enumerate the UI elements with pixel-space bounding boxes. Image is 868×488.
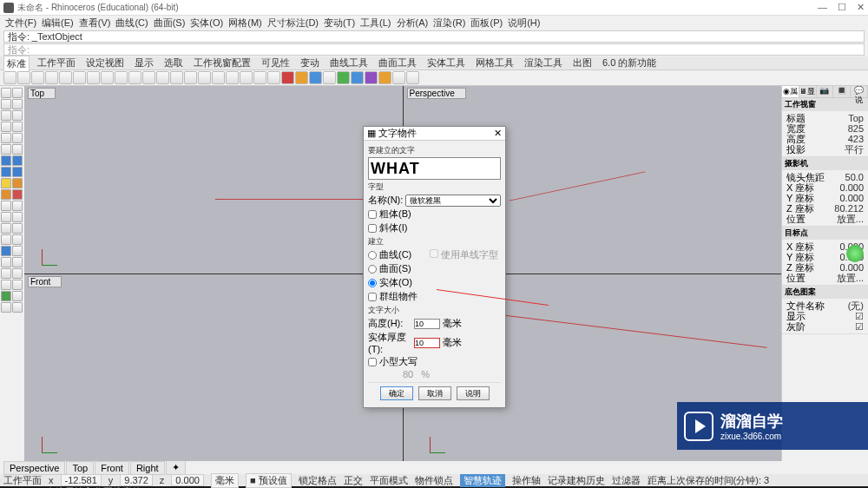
tab-transform[interactable]: 变动 — [298, 56, 322, 70]
tool-open-icon[interactable] — [17, 71, 30, 84]
ltool-ellipse-icon[interactable] — [12, 144, 23, 155]
tool-cplane-icon[interactable] — [226, 71, 239, 84]
viewport-front[interactable]: Front — [24, 274, 403, 462]
status-filter[interactable]: 过滤器 — [612, 474, 641, 487]
vptab-perspective[interactable]: Perspective — [3, 461, 65, 475]
vptab-add[interactable]: ✦ — [166, 460, 186, 475]
ltool-show-icon[interactable] — [12, 268, 23, 279]
prop-tz-value[interactable]: 0.000 — [839, 262, 864, 273]
menu-solid[interactable]: 实体(O) — [188, 16, 225, 30]
panel-tab-help[interactable]: 💬说 — [851, 86, 868, 97]
ltool-box-icon[interactable] — [12, 167, 23, 177]
menu-file[interactable]: 文件(F) — [3, 16, 38, 30]
menu-surface[interactable]: 曲面(S) — [152, 16, 187, 30]
close-button[interactable]: ✕ — [857, 2, 865, 13]
tool-units-icon[interactable] — [253, 71, 266, 84]
tool-material-icon[interactable] — [309, 71, 322, 84]
ltool-rect-icon[interactable] — [12, 133, 23, 143]
prop-title-value[interactable]: Top — [848, 113, 864, 123]
cancel-button[interactable]: 取消 — [418, 386, 451, 400]
ltool-move-icon[interactable] — [1, 212, 11, 222]
menu-help[interactable]: 说明(H) — [506, 16, 542, 30]
help-button[interactable]: 说明 — [457, 386, 490, 400]
ltool-mirror-icon[interactable] — [1, 234, 11, 245]
menu-dimension[interactable]: 尺寸标注(D) — [266, 16, 320, 30]
tool-paste-icon[interactable] — [101, 71, 114, 84]
prop-gray-check[interactable]: ☑ — [855, 321, 864, 332]
prop-campos-btn[interactable]: 放置... — [837, 214, 864, 224]
ok-button[interactable]: 确定 — [380, 386, 413, 400]
ltool-hide-icon[interactable] — [1, 268, 11, 279]
tool-env-icon[interactable] — [337, 71, 350, 84]
surface-radio[interactable] — [368, 265, 377, 274]
menu-transform[interactable]: 变动(T) — [322, 16, 357, 30]
ltool-plane-icon[interactable] — [12, 155, 23, 166]
status-layer[interactable]: ■ 预设值 — [246, 473, 292, 488]
ltool-scale-icon[interactable] — [12, 223, 23, 234]
dialog-close-button[interactable]: ✕ — [494, 128, 502, 139]
tool-misc1-icon[interactable] — [392, 71, 405, 84]
ltool-render-icon[interactable] — [1, 291, 11, 301]
tool-new-icon[interactable] — [3, 71, 16, 84]
ltool-texture-icon[interactable] — [12, 178, 23, 188]
tab-visibility[interactable]: 可见性 — [259, 56, 293, 70]
ltool-trim-icon[interactable] — [1, 201, 11, 211]
ltool-group-icon[interactable] — [1, 302, 11, 313]
ltool-arrow-icon[interactable] — [1, 88, 11, 98]
status-planar[interactable]: 平面模式 — [370, 474, 408, 487]
ltool-curve-icon[interactable] — [1, 122, 11, 132]
ltool-dim-icon[interactable] — [12, 246, 23, 256]
ltool-point-icon[interactable] — [1, 99, 11, 109]
tool-sun-icon[interactable] — [351, 71, 364, 84]
tool-misc2-icon[interactable] — [406, 71, 419, 84]
tool-options-icon[interactable] — [267, 71, 280, 84]
ltool-copy-icon[interactable] — [12, 212, 23, 222]
prop-camz-value[interactable]: 80.212 — [834, 203, 864, 214]
ltool-polyline-icon[interactable] — [12, 110, 23, 121]
prop-tpos-btn[interactable]: 放置... — [837, 273, 864, 283]
status-osnap[interactable]: 物件锁点 — [415, 474, 453, 487]
tool-sky-icon[interactable] — [378, 71, 391, 84]
status-history[interactable]: 记录建构历史 — [548, 474, 605, 487]
ltool-analyze-icon[interactable] — [12, 257, 23, 267]
panel-tab-layers[interactable]: 🔳 — [833, 86, 851, 97]
tool-light-icon[interactable] — [295, 71, 308, 84]
viewport-persp-label[interactable]: Perspective — [407, 88, 466, 99]
panel-tab-properties[interactable]: ◉属 — [782, 86, 799, 97]
tool-import-icon[interactable] — [59, 71, 72, 84]
prop-file-value[interactable]: (无) — [848, 300, 864, 311]
ltool-text-icon[interactable] — [1, 246, 11, 256]
ltool-lasso-icon[interactable] — [12, 88, 23, 98]
tab-select[interactable]: 选取 — [161, 56, 186, 70]
thickness-input[interactable] — [414, 338, 440, 348]
ltool-points-icon[interactable] — [12, 99, 23, 109]
tool-rotate-icon[interactable] — [156, 71, 169, 84]
status-gridsnap[interactable]: 锁定格点 — [299, 474, 337, 487]
vptab-front[interactable]: Front — [95, 461, 129, 475]
vptab-right[interactable]: Right — [130, 461, 165, 475]
tool-render-icon[interactable] — [281, 71, 294, 84]
tab-standard[interactable]: 标准 — [3, 56, 30, 71]
panel-tab-display[interactable]: 🖥显 — [799, 86, 817, 97]
tab-layout[interactable]: 工作视窗配置 — [191, 56, 253, 70]
italic-checkbox[interactable] — [368, 224, 377, 233]
menu-tools[interactable]: 工具(L) — [358, 16, 392, 30]
tool-ground-icon[interactable] — [365, 71, 378, 84]
prop-height-value[interactable]: 423 — [848, 134, 864, 144]
tab-curvetools[interactable]: 曲线工具 — [327, 56, 371, 70]
menu-view[interactable]: 查看(V) — [77, 16, 113, 30]
curve-radio[interactable] — [368, 251, 377, 260]
prop-camy-value[interactable]: 0.000 — [839, 193, 864, 203]
tab-new6[interactable]: 6.0 的新功能 — [600, 56, 659, 70]
ltool-ungroup-icon[interactable] — [12, 302, 23, 313]
bold-checkbox[interactable] — [368, 210, 377, 219]
ltool-shade-icon[interactable] — [12, 291, 23, 301]
tool-redo-icon[interactable] — [128, 71, 141, 84]
status-smarttrack[interactable]: 智慧轨迹 — [460, 474, 505, 487]
ltool-polygon-icon[interactable] — [1, 144, 11, 155]
group-checkbox[interactable] — [368, 293, 377, 301]
status-gumball[interactable]: 操作轴 — [512, 474, 541, 487]
minimize-button[interactable]: — — [818, 2, 827, 13]
tool-zoomext-icon[interactable] — [184, 71, 197, 84]
prop-width-value[interactable]: 825 — [848, 123, 864, 134]
